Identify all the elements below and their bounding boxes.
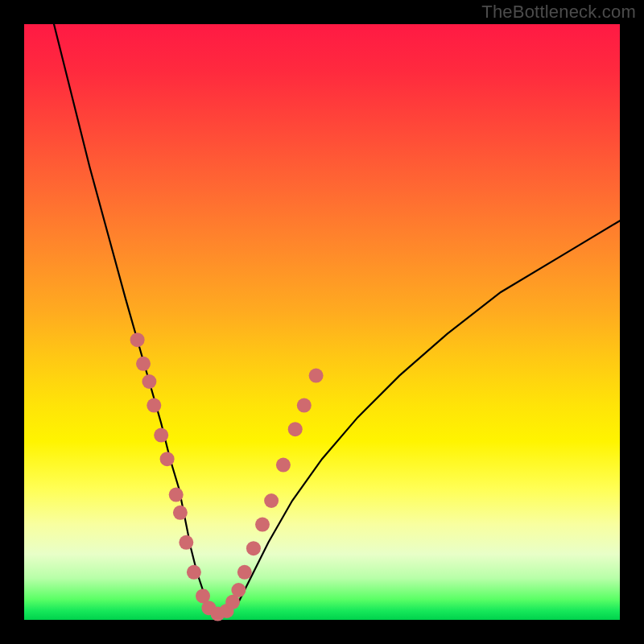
plot-area [24, 24, 620, 620]
marker-point [276, 458, 291, 473]
marker-point [136, 357, 151, 371]
marker-point [130, 332, 145, 347]
marker-point [142, 374, 156, 389]
watermark-text: TheBottleneck.com [481, 2, 636, 23]
marker-point [264, 493, 279, 508]
marker-point [169, 488, 184, 502]
marker-point [147, 398, 161, 413]
outer-frame: TheBottleneck.com [0, 0, 644, 644]
marker-group [130, 332, 324, 621]
marker-point [173, 506, 188, 520]
marker-point [154, 428, 168, 443]
marker-point [255, 518, 270, 532]
marker-point [288, 422, 303, 436]
bottleneck-curve [54, 24, 620, 614]
marker-point [179, 535, 193, 550]
marker-point [309, 369, 324, 383]
marker-point [187, 565, 201, 580]
marker-point [160, 452, 175, 466]
marker-point [231, 583, 246, 597]
marker-point [237, 565, 252, 580]
marker-point [297, 398, 312, 413]
chart-svg [24, 24, 620, 620]
marker-point [246, 541, 261, 555]
